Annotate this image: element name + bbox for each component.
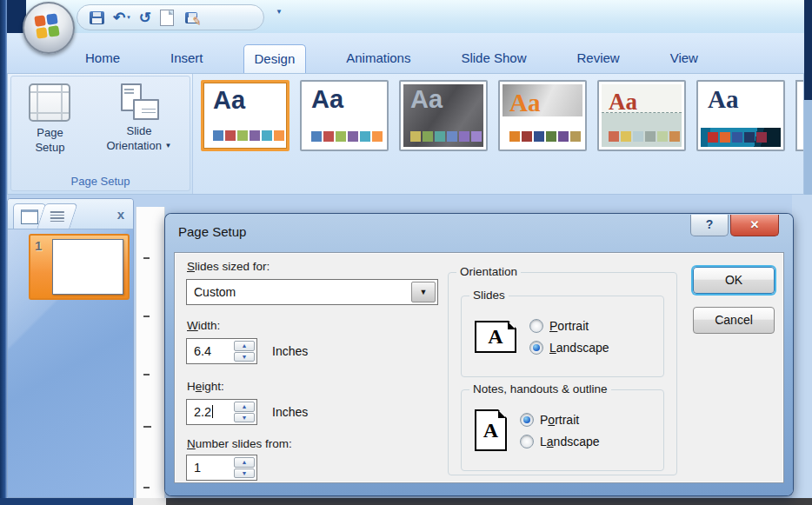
redo-icon[interactable]: ↺ (139, 8, 151, 27)
page-setup-group: Page Setup Slide Orientation (10, 76, 190, 191)
slide-orientation-button-label: Slide Orientation ▼ (106, 124, 171, 154)
tab-slide-show[interactable]: Slide Show (450, 44, 536, 73)
height-spinner[interactable]: 2.2 ▲ ▼ (186, 399, 257, 425)
theme-thumbnail-gray-split[interactable]: Aa (498, 80, 587, 151)
dialog-title: Page Setup (178, 224, 246, 239)
office-button[interactable] (23, 2, 75, 54)
slides-panel-header: x (8, 199, 133, 229)
save-icon[interactable] (90, 8, 104, 27)
combo-arrow-icon[interactable]: ▼ (411, 282, 436, 302)
tab-view[interactable]: View (660, 44, 709, 73)
number-slides-spinner[interactable]: 1 ▲ ▼ (186, 455, 257, 481)
theme-gallery-row: AaAaAaAaAaAa (193, 74, 803, 151)
portrait-page-icon: A (475, 409, 507, 451)
slides-landscape-label[interactable]: Landscape (549, 341, 609, 355)
spin-down-icon[interactable]: ▼ (234, 352, 255, 362)
ribbon-tabs: HomeInsertDesignAnimationsSlide ShowRevi… (75, 44, 709, 73)
theme-sample-text: Aa (213, 87, 245, 115)
theme-color-swatches (311, 131, 383, 142)
dialog-close-icon[interactable]: ✕ (730, 215, 779, 236)
spin-up-icon[interactable]: ▲ (234, 341, 255, 351)
theme-sample-text: Aa (311, 86, 343, 114)
tab-review[interactable]: Review (566, 44, 629, 73)
theme-color-swatches (410, 131, 482, 142)
slide-number: 1 (35, 238, 42, 253)
theme-thumbnail-banner[interactable]: Aa (696, 80, 785, 151)
width-unit-label: Inches (272, 338, 308, 364)
slides-landscape-radio[interactable]: Landscape (529, 341, 609, 355)
notes-landscape-label[interactable]: Landscape (540, 435, 600, 449)
undo-dropdown-icon[interactable]: ▾ (127, 14, 130, 21)
qat-customize-icon[interactable]: ▼ (273, 10, 285, 14)
window-frame-right (804, 0, 812, 100)
dropdown-arrow-icon: ▼ (165, 142, 172, 150)
text-caret (212, 405, 213, 418)
tab-home[interactable]: Home (75, 44, 130, 73)
slides-panel: x 1 (7, 198, 134, 498)
window-frame-left (0, 0, 7, 505)
spin-down-icon[interactable]: ▼ (234, 413, 255, 423)
powerpoint-window: ↶ ▾ ↺ ✎ ▼ HomeInsertDesignAnimationsSlid… (0, 0, 812, 505)
editor-area-edge (792, 195, 812, 499)
radio-button-icon[interactable] (520, 435, 534, 449)
ribbon-design: Page Setup Slide Orientation (7, 73, 804, 195)
new-document-icon[interactable] (160, 8, 174, 27)
height-value: 2.2 (194, 400, 213, 424)
height-unit-label: Inches (272, 399, 308, 425)
width-spinner[interactable]: 6.4 ▲ ▼ (186, 338, 257, 364)
landscape-page-icon: A (475, 321, 516, 353)
dialog-body: Slides sized for: Custom ▼ Width: 6.4 ▲ … (174, 252, 784, 483)
page-setup-dialog: Page Setup ? ✕ Slides sized for: Custom … (165, 214, 793, 495)
quick-access-toolbar: ↶ ▾ ↺ ✎ (77, 4, 264, 30)
tab-design[interactable]: Design (243, 44, 307, 73)
ok-button[interactable]: OK (693, 267, 775, 294)
bottom-bar-ruler (133, 498, 166, 505)
spin-down-icon[interactable]: ▼ (234, 468, 255, 479)
radio-button-icon[interactable] (529, 319, 543, 333)
slides-portrait-label[interactable]: Portrait (549, 319, 589, 333)
theme-thumbnail-paper[interactable]: Aa (597, 80, 686, 151)
theme-thumbnail-dark[interactable]: Aa (399, 80, 488, 151)
page-setup-icon (29, 83, 70, 122)
notes-portrait-radio[interactable]: Portrait (520, 413, 600, 427)
theme-sample-text: Aa (509, 90, 540, 117)
combobox-value: Custom (194, 280, 236, 304)
radio-button-icon[interactable] (529, 341, 543, 355)
tab-animations[interactable]: Animations (336, 44, 421, 73)
spin-up-icon[interactable]: ▲ (234, 457, 255, 468)
radio-button-icon[interactable] (520, 413, 534, 427)
tab-outline[interactable] (37, 203, 77, 229)
help-icon[interactable]: ? (690, 215, 729, 236)
save-as-icon[interactable]: ✎ (183, 10, 200, 25)
theme-color-swatches (609, 131, 680, 142)
height-label: Height: (187, 380, 224, 393)
theme-thumbnail-office-2[interactable]: Aa (300, 80, 389, 151)
bottom-bar-right (166, 498, 812, 505)
theme-sample-text: Aa (708, 86, 738, 114)
theme-thumbnail-partial[interactable] (795, 80, 803, 151)
page-setup-button[interactable]: Page Setup (25, 82, 74, 157)
notes-orientation-group: Notes, handouts & outline A Portrait (461, 389, 664, 471)
slides-sized-for-combobox[interactable]: Custom ▼ (186, 279, 438, 305)
spin-up-icon[interactable]: ▲ (234, 402, 255, 412)
outline-tab-icon (50, 211, 64, 222)
office-logo-icon (34, 13, 59, 38)
width-label: Width: (187, 319, 220, 332)
notes-portrait-label[interactable]: Portrait (540, 413, 579, 427)
slide-orientation-icon (119, 83, 159, 120)
ribbon-tab-row: HomeInsertDesignAnimationsSlide ShowRevi… (7, 33, 804, 73)
slide-1-thumbnail[interactable]: 1 (29, 234, 130, 300)
page-setup-button-label: Page Setup (35, 126, 64, 156)
tab-insert[interactable]: Insert (160, 44, 214, 73)
slide-orientation-button[interactable]: Slide Orientation ▼ (103, 82, 175, 156)
notes-landscape-radio[interactable]: Landscape (520, 435, 600, 449)
close-icon[interactable]: x (117, 208, 124, 221)
undo-icon[interactable]: ↶ ▾ (113, 8, 130, 27)
slides-tab-icon (21, 209, 38, 224)
orientation-group-label: Orientation (456, 265, 521, 278)
theme-gallery: AaAaAaAaAaAa (192, 74, 803, 194)
slides-portrait-radio[interactable]: Portrait (529, 319, 609, 333)
theme-thumbnail-office[interactable]: Aa (201, 80, 290, 151)
cancel-button[interactable]: Cancel (693, 307, 775, 334)
slides-sized-for-label: Slides sized for: (187, 260, 270, 273)
